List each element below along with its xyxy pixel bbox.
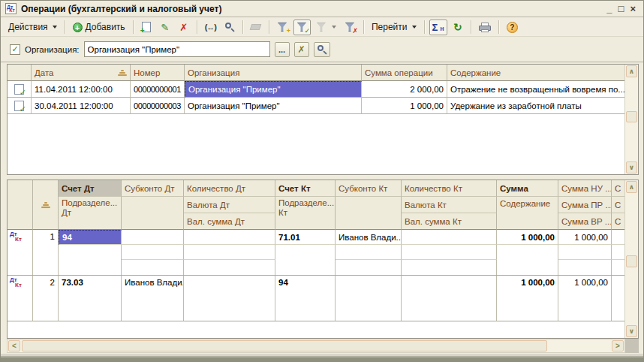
header-currency-dt[interactable]: Валюта Дт (184, 197, 275, 213)
row-number-cell[interactable]: 1 (33, 230, 59, 275)
cut-cell[interactable] (612, 245, 624, 260)
sum-nu-cell[interactable]: 1 000,00 (558, 230, 612, 245)
search-button[interactable] (221, 20, 238, 35)
header-department-dt[interactable]: Подразделе... Дт (59, 197, 122, 230)
organization-clear-button[interactable]: ✗ (294, 42, 309, 57)
subconto-kt-cell[interactable]: Иванов Влади... (336, 230, 402, 245)
date-cell[interactable]: 30.04.2011 12:00:00 (32, 98, 131, 114)
sum-cell[interactable]: 1 000,00 (362, 98, 447, 114)
quantity-dt-cell[interactable] (184, 230, 275, 245)
department-kt-cell[interactable] (275, 245, 336, 275)
journal-vertical-scrollbar[interactable]: ∧ ∨ (624, 65, 638, 174)
organization-cell[interactable]: Организация "Пример" (185, 98, 362, 114)
copy-button[interactable]: + (138, 20, 155, 35)
scroll-thumb[interactable] (626, 255, 637, 267)
dt-kt-cell[interactable]: Дт Кт (8, 276, 33, 321)
currency-sum-kt-cell[interactable] (402, 260, 497, 275)
account-kt-cell[interactable]: 94 (275, 276, 336, 321)
header-sum-nu[interactable]: Сумма НУ ... (558, 180, 612, 197)
minimize-button[interactable]: _ (606, 3, 612, 15)
sum-nu-cell[interactable]: 1 000,00 (558, 276, 612, 321)
delete-button[interactable]: ✗ (176, 20, 192, 35)
scroll-up-button[interactable]: ∧ (626, 181, 637, 193)
header-sum-vr[interactable]: Сумма ВР ... (558, 213, 612, 230)
scroll-right-button[interactable]: > (612, 340, 624, 351)
header-department-kt[interactable]: Подразделе... Кт (275, 197, 336, 230)
header-account-kt[interactable]: Счет Кт (275, 180, 336, 197)
sum-cell[interactable]: 2 000,00 (362, 81, 447, 98)
organization-cell-selected[interactable]: Организация "Пример" (185, 81, 362, 98)
totals-button[interactable]: Σ н (429, 20, 447, 35)
clear-filter-button[interactable]: ✗ (342, 20, 359, 35)
currency-kt-cell[interactable] (402, 245, 497, 260)
row-number-cell[interactable]: 2 (33, 276, 59, 321)
content-cell[interactable]: Удержание из заработной платы (447, 98, 624, 114)
cut-cell[interactable] (612, 230, 624, 245)
subconto-kt-cell[interactable] (336, 245, 402, 260)
document-status-cell[interactable]: ✓ (8, 98, 32, 114)
account-dt-cell-selected[interactable]: 94 (59, 230, 122, 245)
subconto-dt-cell[interactable]: Иванов Влади... (122, 276, 184, 321)
filter-by-value-button[interactable]: ✓ (293, 20, 311, 35)
department-dt-cell[interactable] (59, 245, 122, 275)
header-currency-sum-kt[interactable]: Вал. сумма Кт (402, 213, 497, 230)
scroll-left-button[interactable]: < (8, 340, 20, 351)
sum-vr-cell[interactable] (558, 260, 612, 275)
postings-horizontal-scrollbar[interactable]: < > (7, 339, 625, 353)
scroll-down-button[interactable]: ∨ (626, 161, 637, 173)
scroll-thumb[interactable] (626, 111, 637, 122)
journal-header-number[interactable]: Номер (131, 65, 185, 81)
currency-sum-dt-cell[interactable] (184, 260, 275, 275)
journal-header-organization[interactable]: Организация (185, 65, 362, 81)
header-content[interactable]: Содержание (497, 197, 558, 230)
journal-header-content[interactable]: Содержание (447, 65, 624, 81)
header-sum-pr[interactable]: Сумма ПР ... (558, 197, 612, 213)
subconto-dt-cell[interactable] (122, 245, 184, 260)
header-currency-kt[interactable]: Валюта Кт (402, 197, 497, 213)
account-kt-cell[interactable]: 71.01 (275, 230, 336, 245)
filter-settings-button[interactable]: + (274, 20, 291, 35)
header-cut-col[interactable]: С (612, 180, 624, 197)
organization-filter-checkbox[interactable]: ✓ (10, 44, 20, 55)
number-cell[interactable]: 00000000001 (131, 81, 185, 98)
posting-row[interactable]: Дт Кт 2 73.03 Иванов Влади... 94 1 000,0… (8, 276, 624, 321)
print-button[interactable] (476, 20, 494, 35)
header-cut-col[interactable]: С (612, 197, 624, 213)
journal-row[interactable]: ✓ 30.04.2011 12:00:00 00000000003 Органи… (8, 98, 624, 114)
cut-cell[interactable] (612, 260, 624, 275)
set-interval-button[interactable]: (↔) (202, 20, 219, 35)
scroll-thumb[interactable] (22, 340, 547, 351)
subconto-dt-cell[interactable] (122, 260, 184, 275)
scroll-up-button[interactable]: ∧ (626, 65, 637, 77)
header-account-dt[interactable]: Счет Дт (59, 180, 122, 197)
quantity-kt-cell[interactable] (402, 230, 497, 245)
posting-row[interactable]: Дт Кт 1 94 71.01 Иванов Влади... (8, 230, 624, 275)
organization-filter-input[interactable] (84, 41, 270, 57)
actions-menu-button[interactable]: Действия (5, 20, 60, 35)
date-cell[interactable]: 11.04.2011 12:00:00 (32, 81, 131, 98)
postings-vertical-scrollbar[interactable]: ∧ ∨ (624, 180, 638, 338)
content-cell[interactable] (497, 245, 558, 275)
edit-button[interactable]: ✎ (157, 20, 173, 35)
cut-cell[interactable] (612, 276, 624, 321)
journal-header-date[interactable]: Дата (32, 65, 131, 81)
quantity-dt-cell[interactable] (184, 276, 275, 321)
subconto-dt-cell[interactable] (122, 230, 184, 245)
subconto-kt-cell[interactable] (336, 276, 402, 321)
goto-menu-button[interactable]: Перейти (369, 20, 420, 35)
quantity-kt-cell[interactable] (402, 276, 497, 321)
currency-dt-cell[interactable] (184, 245, 275, 260)
sum-pr-cell[interactable] (558, 245, 612, 260)
header-sum[interactable]: Сумма (497, 180, 558, 197)
header-currency-sum-dt[interactable]: Вал. сумма Дт (184, 213, 275, 230)
sum-cell[interactable]: 1 000,00 (497, 230, 558, 245)
organization-lookup-button[interactable]: ... (275, 42, 290, 57)
organization-open-button[interactable] (314, 42, 330, 57)
content-cell[interactable]: Отражение не возвращенный вовремя по... (447, 81, 624, 98)
dt-kt-cell[interactable]: Дт Кт (8, 230, 33, 275)
refresh-button[interactable]: ↻ (450, 20, 466, 35)
header-subconto-dt[interactable]: Субконто Дт (122, 180, 184, 197)
number-cell[interactable]: 00000000003 (131, 98, 185, 114)
subconto-kt-cell[interactable] (336, 260, 402, 275)
document-status-cell[interactable]: ✓ (8, 81, 32, 98)
